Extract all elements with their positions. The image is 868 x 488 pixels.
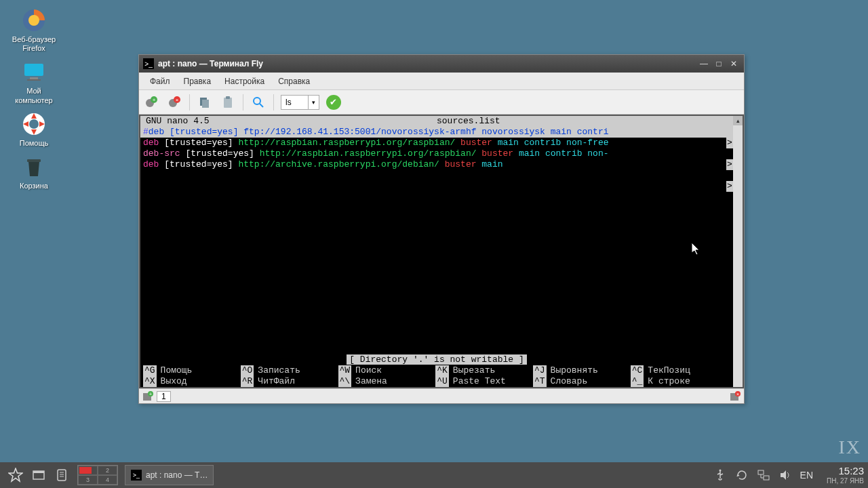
svg-marker-36	[781, 470, 786, 480]
nano-footer: ^GПомощь^OЗаписать^WПоиск^KВырезать^JВыр…	[140, 365, 733, 387]
separator	[243, 94, 243, 110]
terminal-tab-1[interactable]: 1	[157, 391, 171, 402]
taskbar: 2 3 4 >_ apt : nano — Т… EN 15:23 ПН, 27…	[0, 462, 868, 488]
svg-rect-35	[764, 476, 769, 480]
network-icon[interactable]	[757, 468, 770, 482]
menu-file[interactable]: Файл	[143, 74, 177, 89]
session-close-icon[interactable]: ×	[729, 391, 741, 402]
workspace-2[interactable]: 2	[98, 466, 117, 475]
firefox-icon	[20, 7, 47, 34]
command-combo-value: ls	[281, 98, 308, 107]
nano-version: GNU nano 4.5	[146, 116, 210, 127]
workspace-3[interactable]: 3	[78, 475, 98, 485]
desktop-icon-computer[interactable]: Мойкомпьютер	[7, 58, 61, 104]
keyboard-layout[interactable]: EN	[800, 468, 813, 482]
svg-rect-16	[224, 98, 232, 108]
nano-header: GNU nano 4.5 sources.list	[140, 116, 733, 127]
nano-shortcut: ^\Замена	[338, 376, 436, 387]
desktop-icon-trash[interactable]: Корзина	[7, 153, 61, 190]
nano-line[interactable]: #deb [trusted=yes] ftp://192.168.41.153:…	[140, 127, 733, 138]
clock-time: 15:23	[827, 466, 864, 477]
run-button[interactable]: ✔	[326, 95, 341, 110]
desktop-icon-firefox[interactable]: Веб-браузерFirefox	[7, 7, 61, 53]
svg-point-1	[28, 15, 39, 26]
minimize-button[interactable]: —	[698, 58, 710, 70]
updates-icon[interactable]	[735, 468, 749, 482]
window-statusbar: + 1 ×	[139, 388, 744, 403]
desktop-icon-help[interactable]: Помощь	[7, 110, 61, 148]
menu-help[interactable]: Справка	[271, 74, 317, 89]
svg-rect-28	[33, 471, 44, 473]
nano-shortcut: ^OЗаписать	[241, 365, 338, 376]
new-session-icon[interactable]: +	[142, 391, 154, 402]
nano-shortcut: ^UPaste Text	[435, 376, 533, 387]
nano-line[interactable]: deb [trusted=yes] http://raspbian.raspbe…	[140, 138, 733, 148]
terminal-window: >_ apt : nano — Терминал Fly — □ ✕ Файл …	[138, 54, 745, 404]
nano-shortcut: ^KВырезать	[435, 365, 533, 376]
desktop: Веб-браузерFirefox Мойкомпьютер Помощь К…	[7, 7, 61, 196]
show-desktop-button[interactable]	[27, 465, 50, 485]
svg-text:×: ×	[176, 97, 179, 103]
toolbar: + × ls ▾ ✔	[139, 90, 744, 115]
nano-line[interactable]: deb-src [trusted=yes] http://raspbian.ra…	[140, 148, 733, 159]
task-terminal[interactable]: >_ apt : nano — Т…	[125, 465, 214, 485]
paste-button[interactable]	[220, 94, 236, 110]
svg-point-6	[29, 119, 39, 129]
titlebar[interactable]: >_ apt : nano — Терминал Fly — □ ✕	[139, 55, 744, 73]
new-tab-button[interactable]: +	[143, 94, 159, 110]
scroll-up-icon[interactable]: ▴	[733, 116, 743, 125]
terminal-icon: >_	[143, 58, 154, 69]
scrollbar[interactable]: ▴	[733, 116, 743, 387]
menubar: Файл Правка Настройка Справка	[139, 73, 744, 90]
usb-icon[interactable]	[713, 468, 727, 482]
desktop-icon-label: Корзина	[7, 182, 61, 190]
maximize-button[interactable]: □	[713, 58, 725, 70]
desktop-icon-label: Веб-браузерFirefox	[7, 35, 61, 53]
svg-rect-7	[27, 159, 41, 162]
svg-rect-3	[30, 77, 38, 79]
nano-status: [ Directory '.' is not writable ]	[140, 354, 733, 365]
svg-line-19	[260, 104, 263, 107]
clock[interactable]: 15:23 ПН, 27 ЯНВ	[827, 466, 864, 485]
volume-icon[interactable]	[778, 468, 792, 482]
computer-icon	[20, 58, 47, 85]
copy-button[interactable]	[197, 94, 213, 110]
svg-rect-29	[58, 470, 66, 481]
svg-rect-2	[24, 64, 43, 76]
workspace-4[interactable]: 4	[98, 475, 117, 485]
svg-rect-15	[202, 100, 209, 108]
menu-settings[interactable]: Настройка	[218, 74, 271, 89]
nano-shortcut: ^RЧитФайл	[241, 376, 338, 387]
menu-edit[interactable]: Правка	[177, 74, 218, 89]
nano-shortcut: ^XВыход	[143, 376, 241, 387]
terminal-content[interactable]: GNU nano 4.5 sources.list #deb [trusted=…	[140, 116, 733, 387]
task-list: >_ apt : nano — Т…	[125, 465, 216, 485]
nano-shortcut: ^TСловарь	[533, 376, 631, 387]
close-tab-button[interactable]: ×	[166, 94, 182, 110]
svg-point-33	[719, 470, 721, 472]
nano-line[interactable]: deb [trusted=yes] http://archive.raspber…	[140, 159, 733, 170]
command-combo[interactable]: ls ▾	[281, 95, 319, 110]
workspace-1[interactable]	[78, 466, 98, 475]
nano-shortcut: ^JВыровнять	[533, 365, 631, 376]
window-title: apt : nano — Терминал Fly	[158, 59, 695, 68]
search-button[interactable]	[250, 94, 267, 110]
svg-point-18	[254, 98, 260, 104]
chevron-down-icon[interactable]: ▾	[308, 96, 319, 109]
svg-text:×: ×	[736, 392, 739, 396]
svg-rect-17	[226, 96, 230, 99]
workspace-pager[interactable]: 2 3 4	[77, 465, 118, 485]
close-button[interactable]: ✕	[728, 58, 740, 70]
svg-rect-34	[758, 470, 764, 474]
nano-shortcut: ^_К строке	[631, 376, 728, 387]
nano-filename: sources.list	[210, 116, 728, 127]
start-button[interactable]	[4, 465, 27, 485]
nano-buffer[interactable]: #deb [trusted=yes] ftp://192.168.41.153:…	[140, 127, 733, 170]
svg-marker-26	[9, 468, 22, 481]
nano-shortcut: ^WПоиск	[338, 365, 436, 376]
task-label: apt : nano — Т…	[146, 470, 208, 480]
terminal-area-wrap: GNU nano 4.5 sources.list #deb [trusted=…	[139, 115, 744, 388]
nano-shortcut: ^GПомощь	[143, 365, 241, 376]
lifebuoy-icon	[20, 110, 47, 138]
file-manager-button[interactable]	[50, 465, 73, 485]
